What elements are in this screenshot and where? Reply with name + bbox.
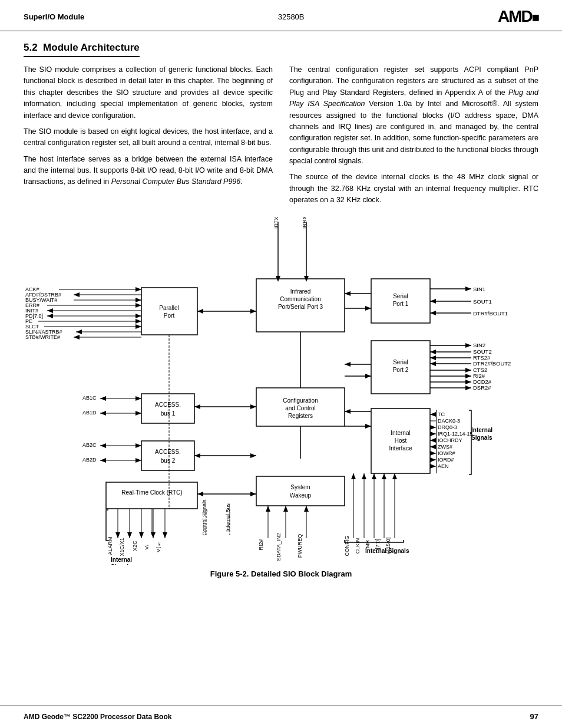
arrow-zws (430, 444, 436, 449)
infrared-label1: Infrared (290, 288, 310, 295)
arrow-stb (74, 335, 80, 340)
config-label1: Configuration (283, 397, 318, 404)
infrared-label3: Port/Serial Port 3 (278, 304, 323, 310)
arrow-init (47, 308, 53, 313)
section-title: 5.2 Module Architecture (24, 42, 140, 57)
arrow-ab2d-r (135, 458, 141, 463)
figure-caption: Figure 5-2. Detailed SIO Block Diagram (24, 569, 538, 578)
arrow-sout1 (430, 299, 436, 304)
arrow-ab2d (100, 458, 106, 463)
label-pwureq-bot: PWUREQ (297, 533, 303, 558)
arrow-x1cx1-down (127, 532, 132, 538)
label-ab1d: AB1D (82, 410, 97, 416)
arrow-sp3-sp1-top (345, 291, 351, 296)
label-drq: DRQ0-3 (438, 424, 457, 430)
ab1-label2: bus 1 (161, 410, 176, 417)
arrow-iochrdy (430, 438, 436, 443)
arrow-sdata-bot (283, 506, 288, 512)
bottom-left-brace (106, 510, 108, 541)
hi-label3: Interface (389, 445, 412, 452)
arrow-ack (135, 287, 141, 292)
footer-page-number: 97 (530, 712, 538, 721)
access-bus1-box (141, 394, 194, 423)
arrow-vbat-down (163, 532, 167, 538)
internal-signals-label-right2: Signals (471, 434, 492, 441)
label-iowr: IOWR# (438, 450, 455, 456)
arrow-dtr1 (430, 311, 436, 315)
arrow-ab2-left (194, 453, 200, 458)
arrow-pp-ir-right (250, 309, 256, 314)
block-diagram: IRTX/SOUT3 IRRX1/SIN3 Infrared Communica… (24, 217, 538, 565)
arrow-x2c-down (139, 532, 144, 538)
arrow-config-hi-top (345, 409, 351, 414)
label-config-bot: CONFIG (344, 535, 350, 556)
amd-logo: AMD■ (498, 7, 538, 26)
arrow-aen (430, 464, 436, 469)
section-heading: 5.2 Module Architecture (24, 42, 538, 64)
col2-para2: The source of the device internal clocks… (289, 172, 538, 206)
left-column: The SIO module comprises a collection of… (24, 64, 273, 211)
arrow-ab1-right (250, 404, 256, 409)
internal-signal-label-bottom2: Signal (111, 564, 128, 565)
arrow-ab1d-r (135, 411, 141, 416)
page-content: 5.2 Module Architecture The SIO module c… (0, 31, 562, 706)
arrow-dcd2 (465, 380, 471, 384)
arrow-config-bot (351, 473, 356, 479)
page-footer: AMD Geode™ SC2200 Processor Data Book 97 (0, 706, 562, 728)
col1-para3: The host interface serves as a bridge be… (24, 154, 273, 188)
arrow-rtc-r (250, 492, 256, 496)
arrow-pwureq-bot (304, 506, 309, 512)
label-sout1: SOUT1 (473, 298, 492, 305)
label-iord: IORD# (438, 457, 454, 463)
arrow-pd-out (135, 314, 141, 318)
internal-signal-label-bottom: Internal (111, 556, 132, 563)
label-ab1c: AB1C (82, 395, 97, 401)
label-vsb: Vₛ (144, 544, 150, 549)
config-label2: and Control (285, 405, 316, 411)
arrow-ab1-left (194, 404, 200, 409)
arrow-vsb-down (151, 532, 156, 538)
pp-label2: Port (164, 312, 175, 319)
rtc-label1: Real-Time Clock (RTC) (121, 489, 182, 496)
page-header: SuperI/O Module 32580B AMD■ (0, 0, 562, 31)
label-ab2c: AB2C (82, 442, 97, 448)
arrow-ab1d (100, 411, 106, 416)
arrow-clkin-bot (362, 473, 366, 479)
sp1-label2: Port 1 (393, 301, 409, 307)
sw-label1: System (290, 484, 310, 490)
arrow-dtr2 (430, 361, 436, 366)
arrow-ab2-right (250, 453, 256, 458)
arrow-ab1c (100, 396, 106, 401)
arrow-afd (74, 292, 80, 297)
label-tc: TC (438, 411, 445, 417)
arrow-dsr2 (465, 386, 471, 390)
arrow-alarm-down (115, 532, 120, 538)
arrow-ri2-bot (266, 506, 270, 512)
internal-signals-label-bot: Internal Signals (365, 548, 409, 554)
arrow-sin2 (465, 343, 471, 348)
hi-label1: Internal (391, 430, 410, 436)
arrow-pp-ir-left (197, 309, 203, 314)
label-clkin-bot: CLKIN (355, 538, 361, 554)
arrow-drq (430, 425, 436, 430)
label-iochrdy: IOCHRDY (438, 437, 462, 443)
label-sdata-bot: SDATA_IN2 (276, 533, 282, 561)
arrow-config-sp2-bot (365, 374, 371, 378)
arrow-iowr (430, 451, 436, 456)
label-sin1: SIN1 (473, 286, 485, 292)
label-mr-bot: MR (365, 539, 371, 548)
arrow-cts2 (465, 368, 471, 373)
label-vbat: V⦚ₐₜ (156, 541, 161, 552)
ab2-label1: ACCESS. (155, 449, 181, 455)
infrared-label2: Communication (280, 296, 320, 302)
right-brace (469, 410, 471, 475)
config-label3: Registers (288, 413, 313, 419)
label-irq: IRQ1-12,14-15 (438, 431, 473, 437)
col2-para1: The central configuration register set s… (289, 64, 538, 167)
col1-para1: The SIO module comprises a collection of… (24, 64, 273, 121)
arrow-err (135, 303, 141, 308)
sp2-label2: Port 2 (393, 367, 409, 373)
arrow-rts2 (430, 355, 436, 360)
two-column-text: The SIO module comprises a collection of… (24, 64, 538, 211)
brace-line (436, 410, 437, 473)
